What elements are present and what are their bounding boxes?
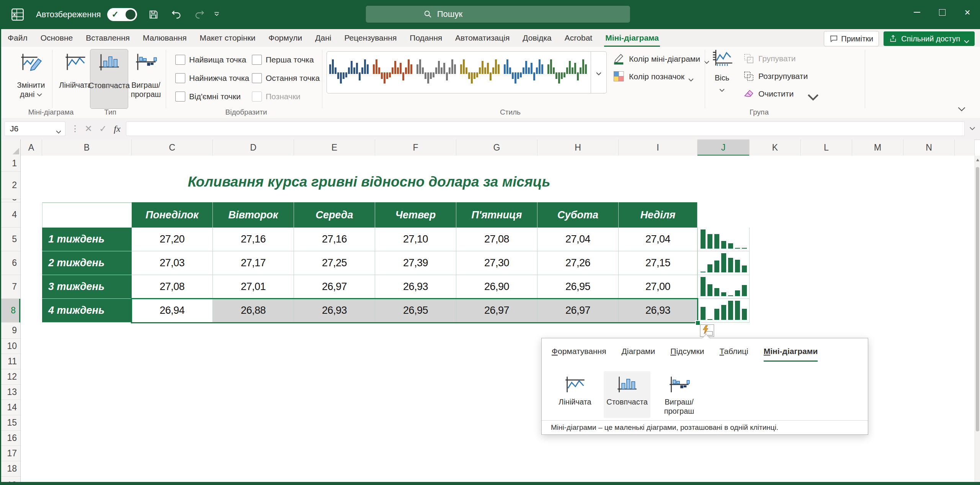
sparkline-cell[interactable]: [697, 228, 750, 251]
style-thumbnail-4[interactable]: [458, 52, 501, 94]
data-cell[interactable]: 26,90: [456, 275, 537, 299]
row-header-19[interactable]: 19: [1, 477, 20, 482]
week-label-cell[interactable]: 3 тиждень: [42, 275, 132, 299]
data-cell[interactable]: 27,26: [537, 251, 619, 275]
column-header-K[interactable]: K: [750, 139, 801, 156]
column-header-E[interactable]: E: [294, 139, 375, 156]
ribbon-tab-файл[interactable]: Файл: [1, 29, 34, 47]
row-header-13[interactable]: 13: [1, 385, 20, 400]
vertical-scrollbar[interactable]: [975, 156, 980, 482]
day-header-cell[interactable]: П'ятниця: [456, 202, 537, 228]
column-header-C[interactable]: C: [132, 139, 213, 156]
data-cell[interactable]: 27,16: [213, 228, 294, 251]
data-cell[interactable]: 26,93: [619, 299, 697, 323]
ribbon-tab-автоматизація[interactable]: Автоматизація: [449, 29, 516, 47]
ribbon-tab-дані[interactable]: Дані: [309, 29, 338, 47]
data-cell[interactable]: 27,30: [456, 251, 537, 275]
row-header-17[interactable]: 17: [1, 446, 20, 461]
column-header-F[interactable]: F: [375, 139, 456, 156]
autosave-toggle[interactable]: ✓: [107, 8, 137, 21]
data-cell[interactable]: 27,01: [213, 275, 294, 299]
scroll-up-icon[interactable]: [976, 159, 979, 161]
enter-icon[interactable]: ✓: [99, 123, 107, 134]
edit-data-button[interactable]: Змінити дані: [15, 49, 47, 109]
column-header-H[interactable]: H: [537, 139, 619, 156]
qa-tab-діаграми[interactable]: Діаграми: [622, 347, 655, 362]
close-button[interactable]: ×: [955, 0, 980, 25]
checkbox-box[interactable]: [252, 55, 262, 65]
ribbon-type-button-spark-winloss[interactable]: Виграш/програш: [127, 49, 164, 109]
column-header-D[interactable]: D: [213, 139, 294, 156]
data-cell[interactable]: 27,08: [456, 228, 537, 251]
save-icon[interactable]: [147, 8, 160, 21]
checkbox-box[interactable]: [175, 92, 185, 102]
undo-icon[interactable]: [170, 8, 183, 21]
data-cell[interactable]: 27,39: [375, 251, 456, 275]
sparkline-color-button[interactable]: Колір міні-діаграми: [613, 53, 709, 65]
qa-tab-підсумки[interactable]: Підсумки: [670, 347, 704, 362]
sparkline-cell[interactable]: [697, 275, 750, 299]
row-header-8[interactable]: 8: [1, 299, 20, 323]
data-cell[interactable]: 26,95: [375, 299, 456, 323]
table-corner-cell[interactable]: [42, 202, 132, 228]
ribbon-tab-малювання[interactable]: Малювання: [136, 29, 193, 47]
comments-button[interactable]: Примітки: [824, 31, 879, 46]
data-cell[interactable]: 26,93: [375, 275, 456, 299]
data-cell[interactable]: 27,10: [375, 228, 456, 251]
expand-formula-bar-icon[interactable]: [969, 125, 975, 132]
ribbon-tab-acrobat[interactable]: Acrobat: [558, 29, 599, 47]
day-header-cell[interactable]: Середа: [294, 202, 375, 228]
style-thumbnail-3[interactable]: [414, 52, 458, 94]
data-cell[interactable]: 27,04: [537, 228, 619, 251]
select-all-corner[interactable]: [1, 139, 21, 156]
week-label-cell[interactable]: 1 тиждень: [42, 228, 132, 251]
data-cell[interactable]: 27,16: [294, 228, 375, 251]
checkbox-остання-точка[interactable]: Остання точка: [252, 73, 320, 84]
checkbox-box[interactable]: [252, 73, 262, 83]
ribbon-tab-основне[interactable]: Основне: [34, 29, 80, 47]
cancel-icon[interactable]: ✕: [85, 123, 92, 134]
column-header-M[interactable]: M: [852, 139, 903, 156]
autosave-control[interactable]: Автозбереження ✓: [36, 8, 137, 21]
data-cell[interactable]: 27,25: [294, 251, 375, 275]
row-header-16[interactable]: 16: [1, 431, 20, 446]
quick-access-toolbar-chevron-icon[interactable]: [214, 11, 220, 18]
row-header-4[interactable]: 4: [1, 202, 20, 228]
row-header-9[interactable]: 9: [1, 323, 20, 339]
row-header-2[interactable]: 2: [1, 172, 20, 199]
checkbox-найвища-точка[interactable]: Найвища точка: [175, 54, 249, 65]
row-header-6[interactable]: 6: [1, 251, 20, 275]
row-header-14[interactable]: 14: [1, 400, 20, 415]
row-header-7[interactable]: 7: [1, 275, 20, 299]
day-header-cell[interactable]: Понеділок: [132, 202, 213, 228]
sparkline-cell[interactable]: [697, 299, 750, 323]
row-header-5[interactable]: 5: [1, 228, 20, 251]
ribbon-tab-макет-сторінки[interactable]: Макет сторінки: [193, 29, 262, 47]
data-cell[interactable]: 27,04: [619, 228, 697, 251]
data-cell[interactable]: 27,00: [619, 275, 697, 299]
data-cell[interactable]: 27,08: [132, 275, 213, 299]
row-header-15[interactable]: 15: [1, 415, 20, 431]
qa-button-spark-column[interactable]: Стовпчаста: [604, 371, 650, 418]
name-box[interactable]: J6: [4, 121, 65, 136]
row-header-12[interactable]: 12: [1, 369, 20, 385]
clear-button[interactable]: Очистити: [743, 88, 813, 100]
checkbox-від'ємні-точки[interactable]: Від'ємні точки: [175, 91, 249, 102]
data-cell[interactable]: 26,93: [294, 299, 375, 323]
row-header-10[interactable]: 10: [1, 339, 20, 354]
insert-function-icon[interactable]: fx: [114, 124, 120, 134]
column-header-J[interactable]: J: [697, 139, 750, 156]
checkbox-найнижча-точка[interactable]: Найнижча точка: [175, 73, 249, 84]
formula-input[interactable]: [126, 121, 965, 136]
ribbon-tab-міні-діаграма[interactable]: Міні-діаграма: [599, 29, 665, 47]
column-header-G[interactable]: G: [456, 139, 537, 156]
row-header-18[interactable]: 18: [1, 461, 20, 477]
style-gallery-more-button[interactable]: [591, 52, 606, 93]
column-header-B[interactable]: B: [42, 139, 132, 156]
data-cell[interactable]: 26,97: [456, 299, 537, 323]
search-input[interactable]: Пошук: [366, 6, 630, 23]
ribbon-type-button-spark-column[interactable]: Стовпчаста: [90, 49, 128, 109]
style-thumbnail-1[interactable]: [327, 52, 371, 94]
row-header-3[interactable]: 3: [1, 199, 20, 202]
column-header-A[interactable]: A: [21, 139, 42, 156]
